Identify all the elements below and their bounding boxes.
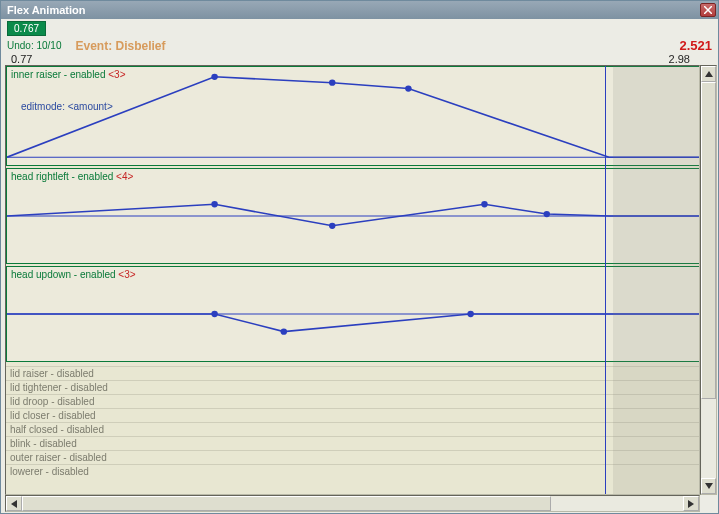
disabled-track-item[interactable]: outer raiser - disabled <box>6 450 699 464</box>
track-curve[interactable] <box>7 67 699 165</box>
track-curve[interactable] <box>7 267 699 361</box>
vscroll-track[interactable] <box>701 82 716 478</box>
hscroll-thumb[interactable] <box>22 496 551 511</box>
keyframe-handle[interactable] <box>329 223 336 229</box>
keyframe-handle[interactable] <box>211 311 218 317</box>
post-range-column <box>613 66 699 494</box>
vscroll-thumb[interactable] <box>701 82 716 399</box>
scroll-up-button[interactable] <box>701 66 716 82</box>
close-icon <box>704 6 712 14</box>
close-button[interactable] <box>700 3 716 17</box>
keyframe-handle[interactable] <box>281 328 288 334</box>
toolbar: 0.767 Undo: 10/10 Event: Disbelief 2.521 <box>1 19 718 53</box>
track-label: inner raiser - enabled <box>11 69 108 80</box>
track-label: head updown - enabled <box>11 269 118 280</box>
window-title: Flex Animation <box>7 4 700 16</box>
playhead-time: 2.521 <box>679 38 712 53</box>
hscroll-track[interactable] <box>22 496 683 511</box>
keyframe-handle[interactable] <box>329 80 336 86</box>
keyframe-handle[interactable] <box>211 201 218 207</box>
flex-animation-window: Flex Animation 0.767 Undo: 10/10 Event: … <box>0 0 719 514</box>
disabled-track-item[interactable]: half closed - disabled <box>6 422 699 436</box>
titlebar[interactable]: Flex Animation <box>1 1 718 19</box>
vertical-scrollbar[interactable] <box>700 65 717 495</box>
keyframe-handle[interactable] <box>211 74 218 80</box>
time-axis-labels: 0.77 2.98 <box>1 53 718 65</box>
disabled-tracks-list: lid raiser - disabledlid tightener - dis… <box>6 366 699 478</box>
track-count: <4> <box>116 171 133 182</box>
chevron-left-icon <box>11 500 17 508</box>
disabled-track-item[interactable]: lid raiser - disabled <box>6 366 699 380</box>
track-head_rightleft[interactable]: head rightleft - enabled <4> <box>6 168 699 264</box>
track-header[interactable]: inner raiser - enabled <3> <box>11 69 126 80</box>
axis-start: 0.77 <box>11 53 32 65</box>
track-head_updown[interactable]: head updown - enabled <3> <box>6 266 699 362</box>
tracks-canvas[interactable]: inner raiser - enabled <3>editmode: <amo… <box>5 65 700 495</box>
scroll-left-button[interactable] <box>6 496 22 511</box>
axis-end: 2.98 <box>669 53 690 65</box>
event-label: Event: Disbelief <box>76 39 166 53</box>
editmode-label[interactable]: editmode: <amount> <box>21 101 113 112</box>
scroll-right-button[interactable] <box>683 496 699 511</box>
work-area: inner raiser - enabled <3>editmode: <amo… <box>1 65 718 495</box>
track-curve[interactable] <box>7 169 699 263</box>
track-header[interactable]: head updown - enabled <3> <box>11 269 136 280</box>
keyframe-handle[interactable] <box>481 201 488 207</box>
keyframe-handle[interactable] <box>544 211 551 217</box>
current-value-tag: 0.767 <box>7 21 46 36</box>
keyframe-handle[interactable] <box>467 311 474 317</box>
track-count: <3> <box>118 269 135 280</box>
disabled-track-item[interactable]: lid droop - disabled <box>6 394 699 408</box>
disabled-track-item[interactable]: lid closer - disabled <box>6 408 699 422</box>
disabled-track-item[interactable]: lowerer - disabled <box>6 464 699 478</box>
disabled-track-item[interactable]: blink - disabled <box>6 436 699 450</box>
track-label: head rightleft - enabled <box>11 171 116 182</box>
chevron-up-icon <box>705 71 713 77</box>
track-count: <3> <box>108 69 125 80</box>
horizontal-scrollbar[interactable] <box>5 495 700 512</box>
playhead-line[interactable] <box>605 66 606 494</box>
track-inner_raiser[interactable]: inner raiser - enabled <3>editmode: <amo… <box>6 66 699 166</box>
track-header[interactable]: head rightleft - enabled <4> <box>11 171 133 182</box>
scroll-down-button[interactable] <box>701 478 716 494</box>
chevron-right-icon <box>688 500 694 508</box>
disabled-track-item[interactable]: lid tightener - disabled <box>6 380 699 394</box>
undo-label[interactable]: Undo: 10/10 <box>7 40 62 51</box>
keyframe-handle[interactable] <box>405 85 412 91</box>
chevron-down-icon <box>705 483 713 489</box>
